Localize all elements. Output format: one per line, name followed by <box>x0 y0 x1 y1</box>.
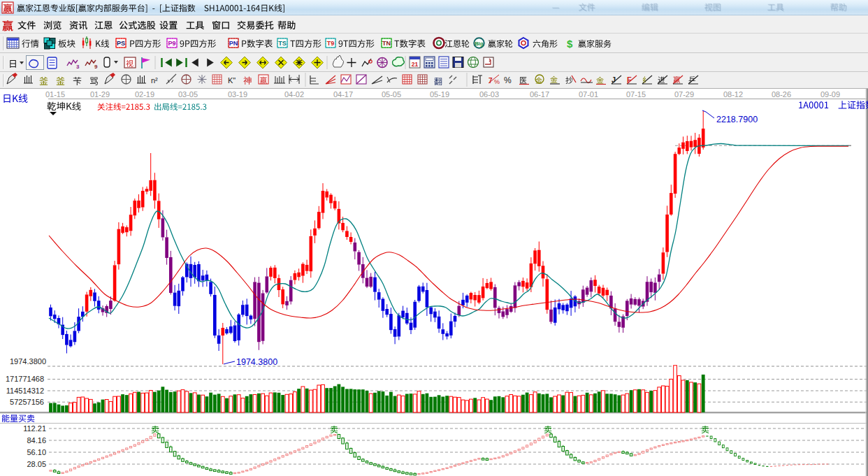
svg-text:2218.7900: 2218.7900 <box>716 115 758 124</box>
svg-text:3: 3 <box>76 64 80 70</box>
svg-text:04-02: 04-02 <box>284 90 304 99</box>
svg-text:9: 9 <box>94 64 98 70</box>
svg-text:08-26: 08-26 <box>772 90 791 99</box>
svg-text:08-12: 08-12 <box>723 90 743 99</box>
svg-text:K": K" <box>228 76 236 85</box>
svg-text:n²: n² <box>151 76 158 85</box>
svg-text:T9: T9 <box>327 40 335 47</box>
svg-text:1974.3800: 1974.3800 <box>10 357 46 366</box>
svg-text:J: J <box>612 75 616 84</box>
svg-text:56.10: 56.10 <box>27 448 46 456</box>
svg-text:1974.3800: 1974.3800 <box>236 357 277 367</box>
svg-text:112.21: 112.21 <box>23 424 46 433</box>
svg-text:Big: Big <box>475 41 484 47</box>
svg-text:TS: TS <box>278 40 287 47</box>
svg-text:PN: PN <box>229 40 238 47</box>
svg-text:PS: PS <box>117 40 125 47</box>
svg-text:07-01: 07-01 <box>579 90 598 99</box>
svg-text:03-05: 03-05 <box>178 90 198 99</box>
svg-text:07-29: 07-29 <box>674 90 694 99</box>
svg-text:07-15: 07-15 <box>626 90 646 99</box>
svg-text:01-15: 01-15 <box>45 90 65 99</box>
svg-text:$: $ <box>567 38 573 50</box>
svg-text:171771468: 171771468 <box>6 375 44 383</box>
svg-text:06-03: 06-03 <box>479 90 499 99</box>
svg-text:84.16: 84.16 <box>27 436 46 445</box>
svg-text:05-19: 05-19 <box>430 90 449 99</box>
svg-text:P9: P9 <box>168 40 175 47</box>
svg-text:114514312: 114514312 <box>6 387 44 395</box>
svg-text:57257156: 57257156 <box>10 398 44 406</box>
svg-text:09-09: 09-09 <box>820 90 840 99</box>
svg-text:TN: TN <box>382 40 391 47</box>
svg-text:28.05: 28.05 <box>27 460 46 468</box>
svg-text:05-05: 05-05 <box>382 90 401 99</box>
svg-text:03-19: 03-19 <box>228 90 247 99</box>
svg-text:21: 21 <box>412 61 419 68</box>
svg-text:01-29: 01-29 <box>90 90 110 99</box>
svg-text:02-19: 02-19 <box>135 90 154 99</box>
svg-text:%: % <box>504 75 512 85</box>
svg-text:04-17: 04-17 <box>333 90 353 99</box>
svg-text:06-17: 06-17 <box>530 90 549 99</box>
svg-text:F: F <box>627 75 632 84</box>
svg-text:%: % <box>494 78 500 85</box>
